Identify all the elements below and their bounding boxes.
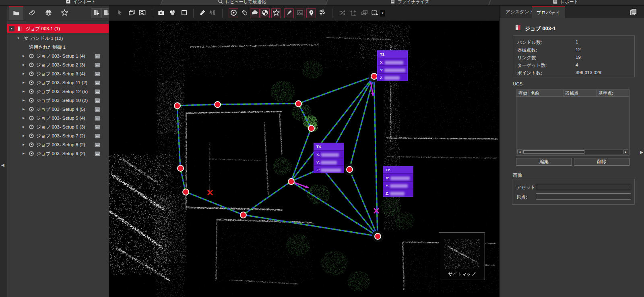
image-stack-button[interactable]	[359, 8, 369, 18]
setup-node[interactable]	[174, 102, 181, 109]
setup-node[interactable]	[240, 212, 247, 218]
expand-arrow[interactable]: ▶	[23, 78, 25, 87]
setup-node[interactable]	[177, 165, 184, 172]
column-header[interactable]: 名前	[530, 90, 539, 96]
expand-arrow[interactable]: ▶	[23, 149, 25, 158]
expand-arrow[interactable]: ▶	[23, 123, 25, 131]
background-button[interactable]	[179, 8, 189, 18]
tree-row-setup[interactable]: ▶ジョブ 003- Setup 12 (5)	[7, 87, 109, 96]
image-thumbnail-icon[interactable]	[94, 62, 101, 68]
image-thumbnail-icon[interactable]	[94, 151, 101, 156]
column-header[interactable]: 有効	[518, 90, 527, 96]
show-pointcloud-toggle[interactable]	[250, 8, 260, 18]
column-header[interactable]: 基準点:	[599, 90, 613, 96]
expand-arrow[interactable]: ▶	[23, 105, 25, 114]
scrollbar-thumb[interactable]	[523, 150, 584, 154]
selection-dropdown-button[interactable]: ▼	[380, 10, 385, 17]
show-targets-toggle[interactable]	[260, 8, 270, 18]
screenshot-button[interactable]	[156, 8, 166, 18]
tab-network[interactable]	[57, 6, 72, 20]
tree-row-setup[interactable]: ▶ジョブ 003- Setup 7 (2)	[7, 131, 109, 140]
image-thumbnail-icon[interactable]	[94, 98, 101, 103]
setup-node[interactable]	[214, 101, 221, 108]
tree-row-setup[interactable]: ▶ジョブ 003- Setup 1 (4)	[7, 52, 109, 60]
image-thumbnail-icon[interactable]	[94, 142, 101, 147]
setup-node[interactable]	[295, 100, 302, 107]
tree-row-setup[interactable]: ▶ジョブ 003- Setup 5 (4)	[7, 114, 109, 123]
show-labels-toggle[interactable]	[239, 8, 249, 18]
show-setups-toggle[interactable]	[229, 8, 238, 18]
tab-project-explorer[interactable]	[9, 6, 23, 20]
tree-row-setup[interactable]: ▶ジョブ 003- Setup 6 (3)	[7, 123, 109, 131]
tree-row-setup[interactable]: ▶ジョブ 003- Setup 11 (2)	[7, 78, 109, 87]
tree-row-job-root[interactable]: ▼ ジョブ 003-1 (1)	[7, 24, 109, 33]
asset-field[interactable]	[536, 184, 631, 190]
expand-panel-handle[interactable]: ▶	[640, 150, 643, 154]
scroll-left-button[interactable]: ◀	[517, 150, 522, 154]
tree-row-bundle[interactable]: ▼ バンドル 1 (12)	[7, 34, 109, 43]
sitemap-minimap[interactable]: サイトマップ	[439, 233, 485, 280]
tab-geo[interactable]	[41, 6, 56, 20]
tree-row-setup[interactable]: ▶ジョブ 003- Setup 8 (2)	[7, 140, 109, 149]
image-thumbnail-icon[interactable]	[94, 80, 101, 85]
image-thumbnail-icon[interactable]	[94, 106, 101, 112]
delete-button[interactable]: 削除	[574, 158, 630, 166]
image-thumbnail-icon[interactable]	[94, 53, 101, 59]
image-thumbnail-icon[interactable]	[94, 89, 101, 94]
expand-arrow[interactable]: ▶	[23, 140, 25, 149]
tree-row-setup[interactable]: ▶ジョブ 003- Setup 10 (2)	[7, 96, 109, 105]
expand-arrow[interactable]: ▶	[23, 131, 25, 140]
ucs-table[interactable]: 有効 名前 器械点 基準点: ◀ ▶	[516, 89, 630, 156]
collapse-sidebar-handle[interactable]: ◀	[1, 163, 4, 167]
setup-node[interactable]	[182, 189, 189, 195]
origin-field[interactable]	[536, 193, 631, 200]
split-view-button[interactable]	[127, 8, 136, 18]
tree-row-setup[interactable]: ▶ジョブ 003- Setup 3 (4)	[7, 69, 109, 78]
tree-row-setup[interactable]: ▶ジョブ 003- Setup 2 (3)	[7, 60, 109, 69]
selection-rect-button[interactable]	[369, 8, 379, 18]
scrollbar-track[interactable]	[522, 150, 623, 154]
expand-arrow[interactable]: ▶	[23, 52, 25, 60]
setup-node[interactable]	[288, 178, 295, 185]
expand-arrow[interactable]: ▶	[23, 60, 25, 69]
tree-row-applied-control[interactable]: 適用された制御 1	[7, 43, 109, 52]
auto-link-button[interactable]	[337, 8, 347, 18]
expand-arrow[interactable]: ▶	[23, 69, 25, 78]
tab-review-optimize[interactable]: レビューして最適化	[217, 0, 266, 6]
expand-arrow[interactable]: ▶	[23, 96, 25, 105]
orbit-tool-button[interactable]	[115, 8, 125, 18]
expand-arrow[interactable]: ▶	[23, 87, 25, 96]
image-thumbnail-icon[interactable]	[94, 71, 101, 77]
show-links-toggle[interactable]	[284, 8, 294, 18]
bundle-filter-button[interactable]	[317, 8, 327, 18]
image-thumbnail-icon[interactable]	[94, 115, 101, 121]
measure-button[interactable]	[197, 8, 207, 18]
tab-finalize[interactable]: ファイナライズ	[390, 0, 429, 6]
edit-button[interactable]: 編集	[516, 158, 572, 166]
tab-import[interactable]: インポート	[65, 0, 96, 6]
expand-arrow[interactable]: ▼	[9, 26, 14, 31]
image-thumbnail-icon[interactable]	[94, 133, 101, 139]
map-viewport[interactable]: T1X:Y:Z:T4X:Y:Z:T2X:Y:Z: サイトマップ	[109, 21, 499, 297]
add-job-button[interactable]	[91, 8, 101, 18]
setup-node[interactable]	[308, 125, 315, 132]
target-node[interactable]	[346, 166, 353, 173]
add-ucs-button[interactable]	[348, 8, 358, 18]
image-thumbnail-icon[interactable]	[94, 124, 101, 130]
expand-arrow[interactable]: ▼	[17, 34, 20, 43]
expand-arrow[interactable]: ▶	[23, 114, 25, 123]
show-images-toggle[interactable]	[295, 8, 305, 18]
tab-attachments[interactable]	[25, 6, 39, 20]
tab-properties[interactable]: プロパティ	[532, 6, 565, 18]
scroll-right-button[interactable]: ▶	[623, 150, 628, 154]
color-mode-button[interactable]	[167, 8, 177, 18]
tree-row-setup[interactable]: ▶ジョブ 003- Setup 4 (5)	[7, 105, 109, 114]
show-network-toggle[interactable]	[271, 8, 281, 18]
tab-report[interactable]: レポート	[552, 0, 578, 6]
pick-point-button[interactable]	[207, 8, 217, 18]
tree-row-setup[interactable]: ▶ジョブ 003- Setup 9 (2)	[7, 149, 109, 158]
float-panel-button[interactable]	[627, 7, 639, 18]
zoom-to-fit-button[interactable]	[137, 8, 147, 18]
column-header[interactable]: 器械点	[565, 90, 578, 96]
target-node[interactable]	[374, 233, 381, 240]
